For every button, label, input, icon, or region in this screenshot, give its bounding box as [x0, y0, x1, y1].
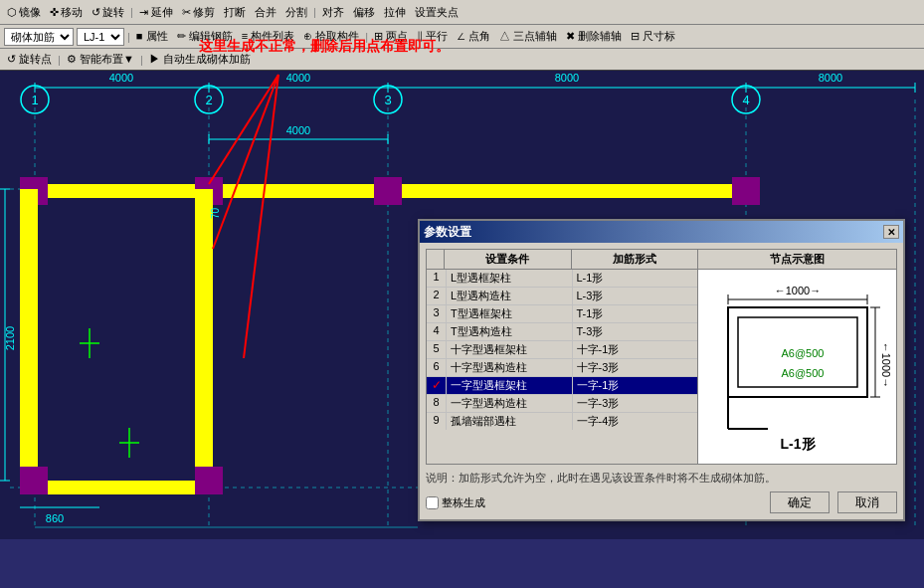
tool-property[interactable]: ■ 属性: [133, 28, 171, 45]
tool-dimension[interactable]: ⊟ 尺寸标: [628, 28, 678, 45]
conditions-table: 设置条件 加筋形式 1 L型遇框架柱 L-1形 2 L型遇构造柱 L-3形: [426, 249, 698, 465]
table-header: 设置条件 加筋形式: [427, 250, 697, 270]
svg-text:70: 70: [210, 207, 221, 219]
tool-point-angle[interactable]: ∠ 点角: [454, 28, 493, 45]
svg-text:L-1形: L-1形: [781, 436, 817, 452]
component-id-select[interactable]: LJ-1: [77, 28, 124, 46]
tool-merge[interactable]: 合并: [252, 4, 279, 21]
svg-text:2100: 2100: [4, 326, 16, 350]
tool-three-point-aux[interactable]: △ 三点辅轴: [496, 28, 560, 45]
dialog-titlebar: 参数设置 ✕: [420, 221, 903, 243]
svg-rect-43: [195, 189, 213, 483]
svg-rect-44: [20, 481, 214, 494]
preview-title: 节点示意图: [698, 250, 896, 270]
table-row[interactable]: 4 T型遇构造柱 T-3形: [427, 323, 697, 341]
svg-text:4000: 4000: [286, 124, 310, 136]
svg-text:4000: 4000: [286, 72, 310, 84]
svg-rect-41: [732, 177, 760, 205]
col-condition-header: 设置条件: [445, 250, 572, 269]
dialog-body: 设置条件 加筋形式 1 L型遇框架柱 L-1形 2 L型遇构造柱 L-3形: [420, 243, 903, 519]
whole-building-label: 整栋生成: [442, 495, 485, 510]
svg-text:A6@500: A6@500: [782, 367, 825, 379]
dialog-columns: 设置条件 加筋形式 1 L型遇框架柱 L-1形 2 L型遇构造柱 L-3形: [426, 249, 897, 465]
dialog-title: 参数设置: [424, 224, 471, 241]
table-row[interactable]: ✓ 一字型遇框架柱 一字-1形: [427, 377, 697, 395]
svg-text:←1000→: ←1000→: [775, 285, 821, 296]
tool-move[interactable]: ✜ 移动: [47, 4, 86, 21]
svg-rect-42: [20, 189, 38, 483]
tool-rotate-point[interactable]: ↺ 旋转点: [4, 51, 55, 68]
dialog-footer: 整栋生成 确定 取消: [426, 491, 897, 513]
dialog-note: 说明：加筋形式允许为空，此时在遇见该设置条件时将不生成砌体加筋。: [426, 469, 897, 488]
preview-section: 节点示意图 ←1000→: [698, 249, 897, 465]
col-form-header: 加筋形式: [572, 250, 698, 269]
cad-drawing-area: 1 2 3 4 4000 4000 8000 8000 4000: [0, 0, 924, 539]
table-row[interactable]: 1 L型遇框架柱 L-1形: [427, 270, 697, 288]
tool-mirror[interactable]: ⬡ 镜像: [4, 4, 44, 21]
tool-align[interactable]: 对齐: [319, 4, 347, 21]
tool-trim[interactable]: ✂ 修剪: [179, 4, 218, 21]
table-row[interactable]: 8 一字型遇构造柱 一字-3形: [427, 395, 697, 413]
tool-delete-aux[interactable]: ✖ 删除辅轴: [563, 28, 625, 45]
tool-break[interactable]: 打断: [221, 4, 249, 21]
table-row[interactable]: 6 十字型遇构造柱 十字-3形: [427, 359, 697, 377]
component-type-select[interactable]: 砌体加筋: [4, 28, 74, 46]
table-row[interactable]: 9 孤墙端部遇柱 一字-4形: [427, 413, 697, 430]
tool-stretch[interactable]: 拉伸: [381, 4, 409, 21]
params-dialog: 参数设置 ✕ 设置条件 加筋形式 1 L型遇框架柱 L-1形: [418, 219, 905, 521]
svg-text:8000: 8000: [555, 72, 579, 84]
table-row[interactable]: 3 T型遇框架柱 T-1形: [427, 305, 697, 323]
tool-rotate[interactable]: ↺ 旋转: [89, 4, 127, 21]
svg-text:8000: 8000: [819, 72, 842, 84]
tool-setpoint[interactable]: 设置夹点: [412, 4, 462, 21]
col-num-header: [427, 250, 445, 269]
tool-smart-layout[interactable]: ⚙ 智能布置▼: [64, 51, 137, 68]
whole-building-checkbox-area[interactable]: 整栋生成: [426, 495, 485, 510]
svg-rect-37: [388, 184, 746, 198]
whole-building-checkbox[interactable]: [426, 496, 439, 509]
dialog-close-button[interactable]: ✕: [883, 225, 899, 239]
svg-rect-45: [20, 467, 48, 494]
svg-text:860: 860: [46, 512, 64, 524]
tool-offset[interactable]: 偏移: [350, 4, 378, 21]
svg-rect-40: [374, 177, 402, 205]
tool-split[interactable]: 分割: [282, 4, 310, 21]
cancel-button[interactable]: 取消: [837, 491, 897, 513]
svg-text:←1000→: ←1000→: [880, 342, 892, 388]
ok-button[interactable]: 确定: [770, 491, 830, 513]
svg-text:4000: 4000: [109, 72, 133, 84]
tool-extend[interactable]: ⇥ 延伸: [136, 4, 176, 21]
table-row[interactable]: 5 十字型遇框架柱 十字-1形: [427, 341, 697, 359]
preview-canvas: ←1000→ ←1000→: [698, 270, 896, 464]
dialog-buttons: 确定 取消: [770, 491, 897, 513]
svg-text:A6@500: A6@500: [782, 347, 825, 359]
table-row[interactable]: 2 L型遇构造柱 L-3形: [427, 288, 697, 305]
svg-rect-46: [195, 467, 223, 494]
annotation-text: 这里生成不正常，删除后用点布置即可。: [199, 38, 450, 56]
